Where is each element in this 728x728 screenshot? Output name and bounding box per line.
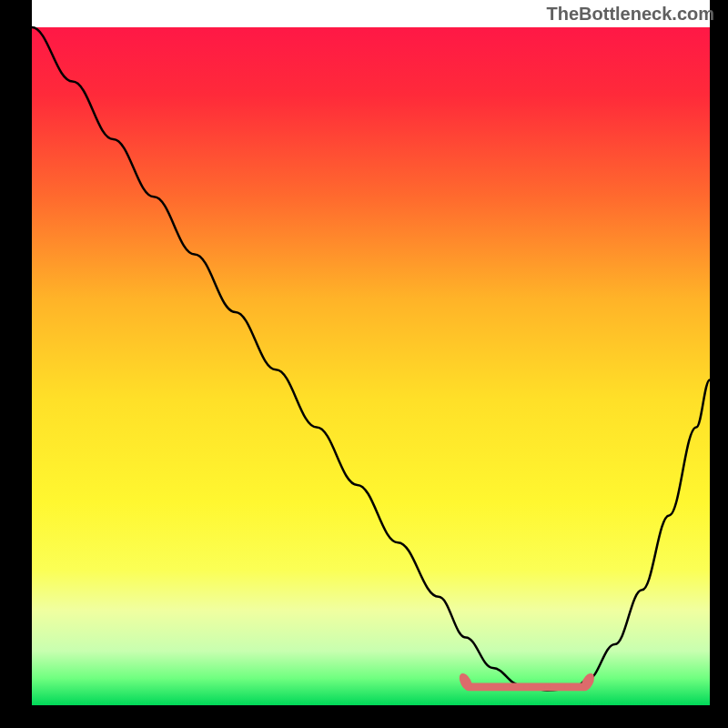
svg-rect-5 <box>524 684 530 690</box>
frame-right <box>710 0 728 728</box>
svg-rect-7 <box>565 684 571 690</box>
watermark-text: TheBottleneck.com <box>547 4 714 25</box>
frame-left <box>0 0 32 728</box>
chart-background <box>32 27 710 705</box>
bottleneck-chart <box>0 0 728 728</box>
frame-bottom <box>0 705 728 728</box>
svg-rect-6 <box>544 684 550 690</box>
svg-rect-3 <box>483 684 489 690</box>
svg-rect-4 <box>504 684 510 690</box>
